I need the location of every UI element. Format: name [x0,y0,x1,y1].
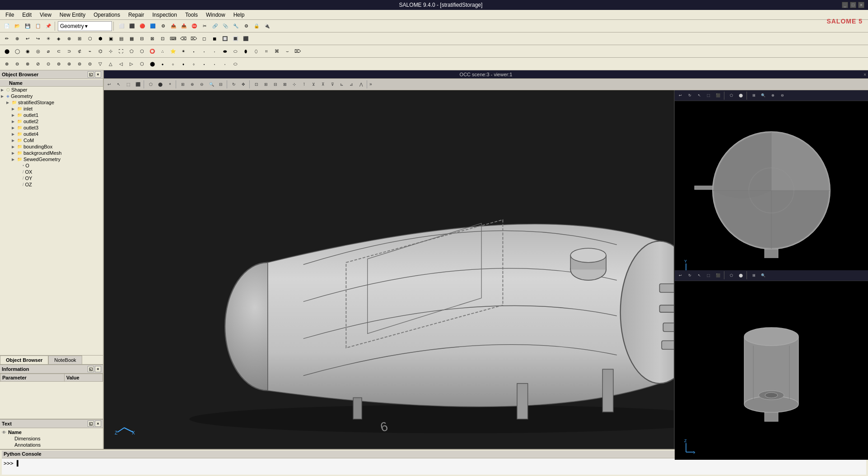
v-tb-zoom-fit[interactable]: ⊞ [178,80,187,89]
r2-btn-23[interactable]: 🔳 [230,34,240,44]
r2-btn-15[interactable]: ⊠ [147,34,157,44]
tv-btn-8[interactable]: ⊞ [749,91,758,100]
r2-btn-3[interactable]: ↩ [23,34,33,44]
r3-btn-24[interactable]: ⬮ [241,46,251,56]
r3-btn-6[interactable]: ⊂ [54,46,64,56]
console-body[interactable]: >>> ▌ [2,458,866,475]
v-tb-pan[interactable]: ✥ [239,80,248,89]
r3-btn-16[interactable]: ⛬ [158,46,168,56]
r3-btn-15[interactable]: ⭕ [147,46,157,56]
r3-btn-10[interactable]: ⌬ [95,46,105,56]
r2-btn-6[interactable]: ◈ [54,34,64,44]
v-tb-view5[interactable]: ⊹ [290,80,299,89]
tree-item-outlet3[interactable]: ▶ 📁 outlet3 [0,125,103,131]
r4-btn-19[interactable]: ⬨ [189,59,199,69]
tb-btn-7[interactable]: 📥 [179,21,189,31]
r2-btn-14[interactable]: ⊟ [137,34,147,44]
r4-btn-23[interactable]: ⬭ [230,59,240,69]
menu-operations[interactable]: Operations [90,11,124,19]
tb-btn-12[interactable]: 🔧 [231,21,241,31]
r3-btn-1[interactable]: ⬤ [2,46,12,56]
r3-btn-28[interactable]: ⌣ [282,46,292,56]
r2-btn-20[interactable]: ◻ [199,34,209,44]
v-tb-zoom-out[interactable]: ⊖ [197,80,206,89]
r4-btn-18[interactable]: ⬧ [178,59,188,69]
sv-btn-1[interactable]: ↩ [676,271,685,280]
v-tb-view3[interactable]: ⊟ [271,80,280,89]
main-3d-view[interactable]: 6 6 6 6 Z X [104,90,674,449]
sv-btn-7[interactable]: ⬤ [736,271,745,280]
text-item-annotations[interactable]: Annotations [1,442,102,448]
tab-object-browser[interactable]: Object Browser [0,356,48,364]
r4-btn-10[interactable]: ▽ [95,59,105,69]
r4-btn-8[interactable]: ⊜ [75,59,84,69]
v-tb-view4[interactable]: ⊠ [280,80,289,89]
r2-btn-10[interactable]: ⬢ [95,34,105,44]
r3-btn-29[interactable]: ⌦ [293,46,303,56]
v-tb-view1[interactable]: ⊡ [252,80,261,89]
r4-btn-20[interactable]: ⬩ [199,59,209,69]
tree-item-outlet4[interactable]: ▶ 📁 outlet4 [0,131,103,137]
module-dropdown[interactable]: Geometry ▾ [58,21,112,31]
close-button[interactable]: × [858,2,864,8]
r4-btn-7[interactable]: ⊛ [64,59,74,69]
r4-btn-22[interactable]: ⬫ [220,59,230,69]
tb-btn-8[interactable]: ⛔ [189,21,199,31]
v-tb-select[interactable]: ⬚ [124,80,133,89]
tree-item-shaper[interactable]: ▶ ⬡ Shaper [0,87,103,93]
menu-inspection[interactable]: Inspection [149,11,181,19]
tv-btn-6[interactable]: ⬠ [727,91,736,100]
r4-btn-11[interactable]: △ [106,59,116,69]
r3-btn-26[interactable]: ⌗ [261,46,271,56]
tb-btn-15[interactable]: 🔌 [262,21,272,31]
menu-edit[interactable]: Edit [19,11,35,19]
tree-item-outlet1[interactable]: ▶ 📁 outlet1 [0,112,103,118]
sv-btn-5[interactable]: ⬛ [714,271,723,280]
r4-btn-1[interactable]: ⊕ [2,59,12,69]
r3-btn-9[interactable]: ⌁ [85,46,95,56]
tree-item-backgroundMesh[interactable]: ▶ 📁 backgroundMesh [0,150,103,156]
menu-window[interactable]: Window [202,11,229,19]
r2-btn-9[interactable]: ⬡ [85,34,95,44]
paste-button[interactable]: 📌 [43,21,53,31]
sv-btn-9[interactable]: 🔍 [759,271,768,280]
tb-btn-14[interactable]: 🔒 [252,21,261,31]
r2-btn-16[interactable]: ⊡ [158,34,168,44]
v-tb-cursor[interactable]: ↖ [114,80,123,89]
menu-tools[interactable]: Tools [182,11,201,19]
tree-item-O[interactable]: • O [0,162,103,169]
tv-btn-2[interactable]: ↻ [685,91,694,100]
r4-btn-4[interactable]: ⊘ [33,59,43,69]
v-tb-pentagon[interactable]: ⬠ [146,80,155,89]
r3-btn-20[interactable]: ⬪ [199,46,209,56]
v-tb-view8[interactable]: ⊼ [318,80,327,89]
sv-btn-6[interactable]: ⬠ [727,271,736,280]
sv-btn-8[interactable]: ⊞ [749,271,758,280]
r4-btn-16[interactable]: ⬥ [158,59,168,69]
menu-view[interactable]: View [36,11,55,19]
r2-btn-19[interactable]: ⌦ [189,34,199,44]
r3-btn-4[interactable]: ◎ [33,46,43,56]
r3-btn-27[interactable]: ⌘ [272,46,282,56]
top-view[interactable]: ↩ ↻ ↖ ⬚ ⬛ ⬠ ⬤ ⊞ 🔍 ⊕ ⊖ [675,90,868,270]
tv-btn-10[interactable]: ⊕ [768,91,777,100]
tree-item-OX[interactable]: / OX [0,169,103,175]
r2-btn-12[interactable]: ▤ [116,34,126,44]
r3-btn-14[interactable]: ⬡ [137,46,147,56]
r3-btn-2[interactable]: ◯ [12,46,22,56]
tb-btn-10[interactable]: 🔗 [210,21,220,31]
panel-float-btn[interactable]: ◱ [88,71,94,78]
r3-btn-18[interactable]: ✴ [178,46,188,56]
v-tb-view2[interactable]: ⊞ [261,80,271,89]
v-tb-circle[interactable]: ⬤ [156,80,165,89]
menu-repair[interactable]: Repair [125,11,148,19]
tb-btn-6[interactable]: 📤 [168,21,178,31]
r3-btn-23[interactable]: ⬭ [230,46,240,56]
v-tb-zoom-in[interactable]: ⊕ [188,80,197,89]
r3-btn-22[interactable]: ⬬ [220,46,230,56]
v-tb-view6[interactable]: ⊺ [299,80,308,89]
v-tb-view9[interactable]: ⊽ [328,80,337,89]
text-float-btn[interactable]: ◱ [88,421,94,427]
tree-item-inlet[interactable]: ▶ 📁 inlet [0,106,103,112]
info-close-btn[interactable]: × [95,366,101,372]
